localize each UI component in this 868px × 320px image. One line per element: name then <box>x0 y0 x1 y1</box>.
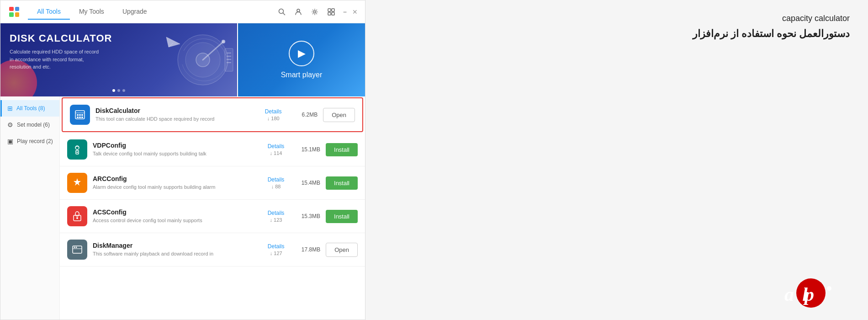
tool-item-diskcalculator[interactable]: DiskCalculator This tool can calculate H… <box>62 97 363 132</box>
banner-dots <box>112 89 125 92</box>
svg-rect-23 <box>79 114 81 116</box>
tool-size-diskmanager: 17.8MB <box>297 246 320 253</box>
tool-icon-vdpconfig <box>67 139 87 160</box>
sidebar-item-all-tools[interactable]: ⊞ All Tools (8) <box>0 100 59 117</box>
tool-item-diskmanager[interactable]: DiskManager This software mainly playbac… <box>60 233 365 267</box>
apps-icon[interactable] <box>327 7 336 16</box>
tool-item-arcconfig[interactable]: ARCConfig Alarm device config tool mainl… <box>60 166 365 200</box>
play-record-icon: ▣ <box>7 138 13 145</box>
sidebar: ⊞ All Tools (8) ⚙ Set model (6) ▣ Play r… <box>0 96 60 320</box>
article-subtitle: دستورالعمل نحوه استفاده از نرم‌افزار <box>384 28 850 40</box>
tool-info-diskcalculator: DiskCalculator This tool can calculate H… <box>95 107 252 123</box>
tool-desc-vdpconfig: Talk device config tool mainly supports … <box>93 150 254 157</box>
app-window: All Tools My Tools Upgrade <box>0 0 365 320</box>
svg-rect-26 <box>79 117 81 118</box>
tool-downloads-acsconfig: ↓ 123 <box>270 217 282 223</box>
svg-rect-7 <box>332 12 334 15</box>
tool-item-vdpconfig[interactable]: VDPConfig Talk device config tool mainly… <box>60 133 365 166</box>
svg-point-2 <box>297 9 300 12</box>
tool-action-button-vdpconfig[interactable]: Install <box>326 143 358 156</box>
sidebar-item-all-tools-label: All Tools (8) <box>16 105 45 112</box>
svg-point-36 <box>74 247 75 248</box>
tool-info-diskmanager: DiskManager This software mainly playbac… <box>93 242 254 257</box>
tab-my-tools[interactable]: My Tools <box>70 4 113 20</box>
svg-line-1 <box>283 13 285 15</box>
tool-name-arcconfig: ARCConfig <box>93 175 254 182</box>
tool-downloads-diskcalculator: ↓ 180 <box>267 116 280 121</box>
tool-details-link-vdpconfig[interactable]: Details <box>268 143 285 149</box>
tab-upgrade[interactable]: Upgrade <box>113 4 156 20</box>
tool-size-diskcalculator: 6.2MB <box>295 112 318 118</box>
close-button[interactable]: ✕ <box>352 8 358 16</box>
title-bar: All Tools My Tools Upgrade <box>0 0 365 23</box>
minimize-button[interactable]: − <box>343 8 347 16</box>
banner-smart-player[interactable]: ▶ Smart player <box>237 23 365 96</box>
tool-desc-diskcalculator: This tool can calculate HDD space requir… <box>95 116 252 123</box>
banner-desc: Calculate required HDD space of record i… <box>10 48 101 71</box>
tool-details-link-diskmanager[interactable]: Details <box>268 243 285 250</box>
tool-action-button-arcconfig[interactable]: Install <box>326 176 358 190</box>
logo-watermark: a l p <box>781 277 841 311</box>
svg-point-30 <box>77 152 78 153</box>
search-icon[interactable] <box>277 7 286 16</box>
sidebar-item-set-model[interactable]: ⚙ Set model (6) <box>0 117 59 133</box>
banner-dot-3[interactable] <box>122 89 125 92</box>
tool-details-link-diskcalculator[interactable]: Details <box>265 108 282 115</box>
sidebar-item-play-record[interactable]: ▣ Play record (2) <box>0 133 59 149</box>
set-model-icon: ⚙ <box>7 121 13 128</box>
tool-info-acsconfig: ACSConfig Access control device config t… <box>93 208 254 224</box>
user-icon[interactable] <box>294 7 303 16</box>
play-button-circle[interactable]: ▶ <box>289 41 314 66</box>
tool-details-link-acsconfig[interactable]: Details <box>268 210 285 216</box>
title-bar-icons <box>277 7 336 16</box>
tool-name-diskmanager: DiskManager <box>93 242 254 249</box>
tool-desc-diskmanager: This software mainly playback and downlo… <box>93 251 254 257</box>
nav-tabs: All Tools My Tools Upgrade <box>28 4 274 20</box>
svg-point-42 <box>827 286 831 291</box>
banner-dot-1[interactable] <box>112 89 115 92</box>
tool-desc-arcconfig: Alarm device config tool mainly supports… <box>93 184 254 191</box>
tool-downloads-arcconfig: ↓ 88 <box>271 184 281 189</box>
tool-size-vdpconfig: 15.1MB <box>297 146 320 153</box>
tool-info-vdpconfig: VDPConfig Talk device config tool mainly… <box>93 142 254 157</box>
svg-rect-22 <box>77 114 79 116</box>
right-panel: capacity calculator دستورالعمل نحوه استف… <box>365 0 868 320</box>
tool-name-acsconfig: ACSConfig <box>93 208 254 216</box>
tool-size-acsconfig: 15.3MB <box>297 213 320 219</box>
tool-desc-acsconfig: Access control device config tool mainly… <box>93 217 254 224</box>
svg-text:p: p <box>803 284 814 305</box>
banner-dot-2[interactable] <box>117 89 120 92</box>
tool-icon-acsconfig <box>67 206 87 226</box>
sidebar-item-set-model-label: Set model (6) <box>17 122 50 128</box>
tool-details-link-arcconfig[interactable]: Details <box>268 176 285 183</box>
tool-action-button-diskmanager[interactable]: Open <box>326 243 358 257</box>
tool-action-button-acsconfig[interactable]: Install <box>326 210 358 223</box>
tool-icon-diskcalculator <box>70 105 90 125</box>
tool-icon-diskmanager <box>67 240 87 260</box>
tool-meta-vdpconfig: Details ↓ 114 <box>260 143 292 156</box>
svg-rect-5 <box>332 9 334 11</box>
banner-section: DISK CALCULATOR Calculate required HDD s… <box>0 23 365 96</box>
banner-disk-calculator[interactable]: DISK CALCULATOR Calculate required HDD s… <box>0 23 237 96</box>
svg-rect-6 <box>328 12 331 15</box>
tool-meta-acsconfig: Details ↓ 123 <box>260 210 292 223</box>
sidebar-item-play-record-label: Play record (2) <box>17 138 53 144</box>
svg-text:a: a <box>784 284 794 305</box>
tool-meta-arcconfig: Details ↓ 88 <box>260 176 292 189</box>
tool-size-arcconfig: 15.4MB <box>297 180 320 186</box>
tool-downloads-diskmanager: ↓ 127 <box>270 251 282 256</box>
settings-icon[interactable] <box>310 7 319 16</box>
all-tools-icon: ⊞ <box>7 105 13 112</box>
tool-meta-diskmanager: Details ↓ 127 <box>260 243 292 256</box>
tool-info-arcconfig: ARCConfig Alarm device config tool mainl… <box>93 175 254 191</box>
play-icon: ▶ <box>298 48 306 59</box>
tool-action-button-diskcalculator[interactable]: Open <box>323 108 355 122</box>
tool-meta-diskcalculator: Details ↓ 180 <box>257 108 289 121</box>
svg-rect-25 <box>77 117 79 118</box>
tab-all-tools[interactable]: All Tools <box>28 4 70 20</box>
main-content: ⊞ All Tools (8) ⚙ Set model (6) ▣ Play r… <box>0 96 365 320</box>
tool-downloads-vdpconfig: ↓ 114 <box>270 150 282 156</box>
tool-item-acsconfig[interactable]: ACSConfig Access control device config t… <box>60 200 365 233</box>
svg-rect-27 <box>81 117 83 118</box>
article-title: capacity calculator <box>384 14 850 23</box>
